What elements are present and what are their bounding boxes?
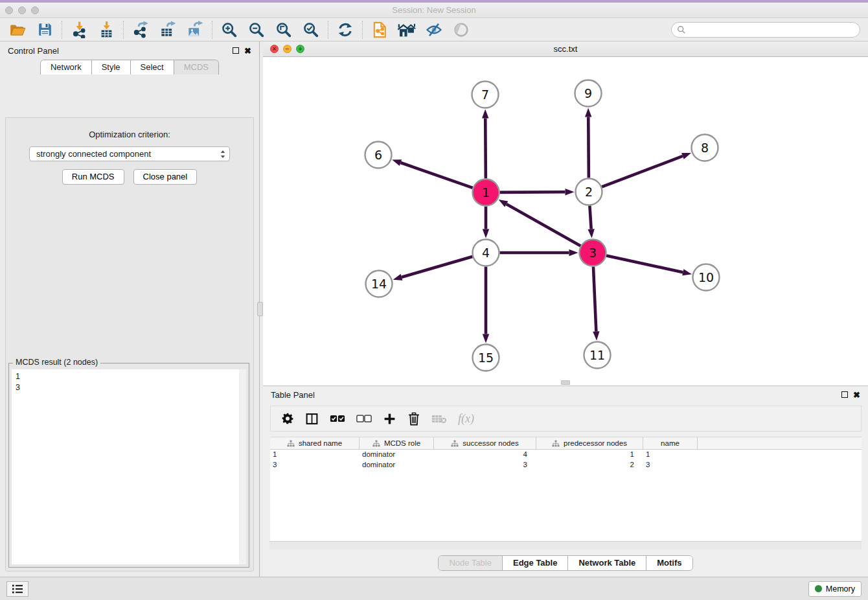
graph-node-2[interactable]: 2 — [576, 179, 602, 205]
edge-2-9[interactable] — [585, 108, 591, 178]
create-column-button[interactable] — [383, 409, 396, 428]
home-button[interactable] — [393, 19, 420, 40]
tab-mcds[interactable]: MCDS — [174, 60, 218, 75]
zoom-selected-button[interactable] — [297, 19, 325, 40]
apply-function-button[interactable]: f(x) — [458, 409, 474, 428]
table-row[interactable]: 3dominator323 — [270, 460, 862, 470]
graph-node-15[interactable]: 15 — [473, 345, 499, 371]
graph-node-10[interactable]: 10 — [693, 264, 720, 291]
column-header-name[interactable]: name — [643, 437, 698, 449]
tab-network-table[interactable]: Network Table — [568, 556, 646, 570]
dropdown-selected-value: strongly connected component — [36, 149, 220, 159]
graph-node-9[interactable]: 9 — [575, 80, 602, 107]
zoom-in-button[interactable] — [216, 19, 243, 40]
edge-4-14[interactable] — [393, 257, 473, 281]
zoom-out-icon — [247, 21, 266, 39]
arrowhead-icon — [593, 331, 599, 340]
run-mcds-button[interactable]: Run MCDS — [62, 169, 124, 185]
zoom-in-icon — [220, 21, 238, 39]
edge-1-7[interactable] — [482, 109, 488, 178]
close-table-panel-icon[interactable]: ✖ — [853, 391, 860, 399]
network-canvas[interactable]: 1234678910111415 — [263, 57, 868, 386]
column-label: name — [661, 439, 680, 447]
memory-button[interactable]: Memory — [808, 581, 862, 597]
graph-node-6[interactable]: 6 — [365, 142, 392, 168]
show-details-button[interactable] — [420, 19, 448, 40]
show-columns-button[interactable] — [305, 409, 319, 428]
horizontal-splitter-handle[interactable] — [561, 380, 570, 385]
save-session-button[interactable] — [31, 19, 58, 40]
edge-1-6[interactable] — [392, 159, 472, 188]
optimization-criterion-dropdown[interactable]: strongly connected component — [29, 146, 230, 161]
export-image-button[interactable] — [181, 19, 209, 40]
table-settings-button[interactable] — [281, 409, 294, 428]
edge-4-15[interactable] — [483, 267, 489, 343]
table-row[interactable]: 1dominator411 — [270, 450, 862, 460]
tab-select[interactable]: Select — [131, 60, 174, 75]
graph-node-1[interactable]: 1 — [473, 179, 499, 206]
column-header-shared-name[interactable]: shared name — [270, 437, 360, 449]
refresh-button[interactable] — [332, 19, 359, 40]
search-field[interactable] — [671, 22, 860, 38]
edge-1-4[interactable] — [483, 207, 489, 238]
network-zoom-button[interactable]: + — [296, 45, 304, 53]
edge-3-1[interactable] — [499, 200, 581, 246]
network-file-button[interactable] — [366, 19, 393, 40]
float-table-panel-icon[interactable] — [841, 391, 848, 398]
network-graph[interactable]: 1234678910111415 — [263, 57, 868, 385]
select-all-button[interactable] — [330, 409, 345, 428]
edge-2-3[interactable] — [588, 205, 594, 238]
graph-node-7[interactable]: 7 — [472, 82, 499, 108]
task-history-button[interactable] — [6, 581, 29, 597]
mcds-panel: Optimization criterion: strongly connect… — [5, 117, 254, 571]
import-table-button[interactable] — [93, 19, 120, 40]
delete-column-button[interactable] — [407, 409, 420, 428]
tab-node-table[interactable]: Node Table — [439, 556, 503, 570]
table-cell: 2 — [536, 460, 643, 470]
network-window-traffic-lights[interactable]: × − + — [270, 45, 304, 53]
table-hscroll-track[interactable] — [269, 541, 862, 549]
edge-1-2[interactable] — [499, 189, 574, 195]
import-table-icon — [98, 21, 115, 38]
edge-3-11[interactable] — [593, 266, 599, 340]
arrowhead-icon — [585, 108, 591, 117]
hide-details-button[interactable] — [448, 19, 475, 40]
tab-edge-table[interactable]: Edge Table — [503, 556, 568, 570]
open-session-button[interactable] — [4, 19, 31, 40]
zoom-out-button[interactable] — [243, 19, 270, 40]
zoom-fit-button[interactable] — [270, 19, 297, 40]
mcds-result-textarea[interactable]: 1 3 — [12, 369, 246, 564]
float-panel-icon[interactable] — [233, 47, 239, 54]
unselect-all-button[interactable] — [356, 409, 372, 428]
column-header-predecessor-nodes[interactable]: predecessor nodes — [536, 437, 643, 449]
export-table-button[interactable] — [154, 19, 181, 40]
graph-node-3[interactable]: 3 — [580, 240, 606, 266]
network-minimize-button[interactable]: − — [283, 45, 291, 53]
result-scrollbar[interactable] — [239, 369, 246, 564]
edge-4-3[interactable] — [500, 249, 578, 256]
export-network-button[interactable] — [127, 19, 154, 40]
column-header-successor-nodes[interactable]: successor nodes — [434, 437, 536, 449]
column-label: successor nodes — [463, 439, 518, 447]
hierarchy-icon — [287, 440, 295, 447]
close-panel-button[interactable]: Close panel — [133, 169, 198, 185]
tab-motifs[interactable]: Motifs — [646, 556, 692, 570]
edge-2-8[interactable] — [602, 153, 691, 187]
tab-network[interactable]: Network — [41, 60, 92, 75]
tab-style[interactable]: Style — [92, 60, 131, 75]
network-close-button[interactable]: × — [270, 45, 279, 53]
search-input[interactable] — [689, 25, 854, 34]
column-header-MCDS-role[interactable]: MCDS role — [360, 437, 434, 449]
close-panel-icon[interactable]: ✖ — [244, 47, 251, 55]
graph-node-8[interactable]: 8 — [692, 135, 718, 161]
table-cell: 4 — [434, 450, 536, 460]
table-tabbar: Node TableEdge TableNetwork TableMotifs — [438, 555, 692, 571]
graph-node-11[interactable]: 11 — [584, 342, 611, 369]
import-network-button[interactable] — [65, 19, 93, 40]
graph-node-4[interactable]: 4 — [473, 240, 499, 266]
table-panel-title: Table Panel — [271, 390, 315, 400]
delete-table-button[interactable] — [431, 409, 447, 428]
splitter-handle[interactable] — [257, 302, 263, 316]
graph-node-14[interactable]: 14 — [366, 271, 393, 297]
edge-3-10[interactable] — [606, 256, 692, 276]
